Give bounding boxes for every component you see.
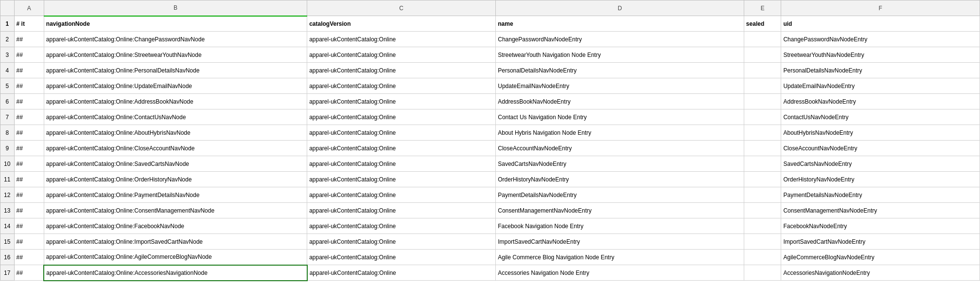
- cell-17-f[interactable]: AccessoriesNavigationNodeEntry: [781, 265, 980, 281]
- cell-11-c[interactable]: apparel-ukContentCatalog:Online: [307, 172, 496, 187]
- cell-15-b[interactable]: apparel-ukContentCatalog:Online:ImportSa…: [44, 234, 307, 250]
- cell-15-c[interactable]: apparel-ukContentCatalog:Online: [307, 234, 496, 250]
- cell-10-f[interactable]: SavedCartsNavNodeEntry: [781, 156, 980, 172]
- cell-17-d[interactable]: Accessories Navigation Node Entry: [496, 265, 744, 281]
- cell-11-f[interactable]: OrderHistoryNavNodeEntry: [781, 172, 980, 187]
- cell-5-d[interactable]: UpdateEmailNavNodeEntry: [496, 78, 744, 94]
- col-d-header[interactable]: D: [496, 0, 744, 16]
- cell-10-a[interactable]: ##: [14, 156, 44, 172]
- cell-7-b[interactable]: apparel-ukContentCatalog:Online:ContactU…: [44, 109, 307, 125]
- cell-7-c[interactable]: apparel-ukContentCatalog:Online: [307, 109, 496, 125]
- cell-16-b[interactable]: apparel-ukContentCatalog:Online:AgileCom…: [44, 250, 307, 265]
- cell-1-a[interactable]: # it: [14, 16, 44, 32]
- cell-13-f[interactable]: ConsentManagementNavNodeEntry: [781, 203, 980, 218]
- cell-12-d[interactable]: PaymentDetailsNavNodeEntry: [496, 187, 744, 203]
- cell-2-c[interactable]: apparel-ukContentCatalog:Online: [307, 32, 496, 47]
- cell-1-f[interactable]: uid: [781, 16, 980, 32]
- cell-7-e[interactable]: [744, 109, 781, 125]
- cell-5-c[interactable]: apparel-ukContentCatalog:Online: [307, 78, 496, 94]
- cell-5-e[interactable]: [744, 78, 781, 94]
- cell-15-a[interactable]: ##: [14, 234, 44, 250]
- cell-17-c[interactable]: apparel-ukContentCatalog:Online: [307, 265, 496, 281]
- cell-8-d[interactable]: About Hybris Navigation Node Entry: [496, 125, 744, 141]
- cell-11-e[interactable]: [744, 172, 781, 187]
- cell-8-b[interactable]: apparel-ukContentCatalog:Online:AboutHyb…: [44, 125, 307, 141]
- cell-4-e[interactable]: [744, 63, 781, 78]
- cell-8-c[interactable]: apparel-ukContentCatalog:Online: [307, 125, 496, 141]
- cell-3-d[interactable]: StreetwearYouth Navigation Node Entry: [496, 47, 744, 63]
- cell-17-e[interactable]: [744, 265, 781, 281]
- cell-3-b[interactable]: apparel-ukContentCatalog:Online:Streetwe…: [44, 47, 307, 63]
- cell-16-f[interactable]: AgileCommerceBlogNavNodeEntry: [781, 250, 980, 265]
- cell-2-a[interactable]: ##: [14, 32, 44, 47]
- cell-14-a[interactable]: ##: [14, 218, 44, 234]
- cell-14-b[interactable]: apparel-ukContentCatalog:Online:Facebook…: [44, 218, 307, 234]
- cell-5-b[interactable]: apparel-ukContentCatalog:Online:UpdateEm…: [44, 78, 307, 94]
- cell-11-a[interactable]: ##: [14, 172, 44, 187]
- col-e-header[interactable]: E: [744, 0, 781, 16]
- cell-12-e[interactable]: [744, 187, 781, 203]
- cell-2-e[interactable]: [744, 32, 781, 47]
- cell-14-e[interactable]: [744, 218, 781, 234]
- cell-10-d[interactable]: SavedCartsNavNodeEntry: [496, 156, 744, 172]
- cell-6-b[interactable]: apparel-ukContentCatalog:Online:AddressB…: [44, 94, 307, 109]
- cell-12-c[interactable]: apparel-ukContentCatalog:Online: [307, 187, 496, 203]
- cell-13-a[interactable]: ##: [14, 203, 44, 218]
- cell-2-f[interactable]: ChangePasswordNavNodeEntry: [781, 32, 980, 47]
- cell-13-d[interactable]: ConsentManagementNavNodeEntry: [496, 203, 744, 218]
- cell-12-b[interactable]: apparel-ukContentCatalog:Online:PaymentD…: [44, 187, 307, 203]
- cell-15-f[interactable]: ImportSavedCartNavNodeEntry: [781, 234, 980, 250]
- cell-4-c[interactable]: apparel-ukContentCatalog:Online: [307, 63, 496, 78]
- cell-6-e[interactable]: [744, 94, 781, 109]
- cell-6-c[interactable]: apparel-ukContentCatalog:Online: [307, 94, 496, 109]
- cell-11-d[interactable]: OrderHistoryNavNodeEntry: [496, 172, 744, 187]
- cell-14-f[interactable]: FacebookNavNodeEntry: [781, 218, 980, 234]
- cell-4-d[interactable]: PersonalDetailsNavNodeEntry: [496, 63, 744, 78]
- cell-14-d[interactable]: Facebook Navigation Node Entry: [496, 218, 744, 234]
- cell-3-c[interactable]: apparel-ukContentCatalog:Online: [307, 47, 496, 63]
- cell-6-f[interactable]: AddressBookNavNodeEntry: [781, 94, 980, 109]
- cell-13-e[interactable]: [744, 203, 781, 218]
- cell-1-d[interactable]: name: [496, 16, 744, 32]
- cell-8-f[interactable]: AboutHybrisNavNodeEntry: [781, 125, 980, 141]
- cell-1-c[interactable]: catalogVersion: [307, 16, 496, 32]
- cell-17-b[interactable]: apparel-ukContentCatalog:Online:Accessor…: [44, 265, 307, 281]
- cell-13-b[interactable]: apparel-ukContentCatalog:Online:ConsentM…: [44, 203, 307, 218]
- cell-11-b[interactable]: apparel-ukContentCatalog:Online:OrderHis…: [44, 172, 307, 187]
- cell-8-a[interactable]: ##: [14, 125, 44, 141]
- cell-6-d[interactable]: AddressBookNavNodeEntry: [496, 94, 744, 109]
- cell-4-a[interactable]: ##: [14, 63, 44, 78]
- cell-9-a[interactable]: ##: [14, 141, 44, 156]
- cell-9-c[interactable]: apparel-ukContentCatalog:Online: [307, 141, 496, 156]
- cell-12-f[interactable]: PaymentDetailsNavNodeEntry: [781, 187, 980, 203]
- cell-8-e[interactable]: [744, 125, 781, 141]
- cell-10-b[interactable]: apparel-ukContentCatalog:Online:SavedCar…: [44, 156, 307, 172]
- cell-10-e[interactable]: [744, 156, 781, 172]
- cell-15-d[interactable]: ImportSavedCartNavNodeEntry: [496, 234, 744, 250]
- cell-9-b[interactable]: apparel-ukContentCatalog:Online:CloseAcc…: [44, 141, 307, 156]
- cell-5-f[interactable]: UpdateEmailNavNodeEntry: [781, 78, 980, 94]
- cell-16-a[interactable]: ##: [14, 250, 44, 265]
- cell-17-a[interactable]: ##: [14, 265, 44, 281]
- cell-16-c[interactable]: apparel-ukContentCatalog:Online: [307, 250, 496, 265]
- cell-7-f[interactable]: ContactUsNavNodeEntry: [781, 109, 980, 125]
- cell-15-e[interactable]: [744, 234, 781, 250]
- cell-7-a[interactable]: ##: [14, 109, 44, 125]
- cell-14-c[interactable]: apparel-ukContentCatalog:Online: [307, 218, 496, 234]
- col-f-header[interactable]: F: [781, 0, 980, 16]
- col-a-header[interactable]: A: [14, 0, 44, 16]
- col-c-header[interactable]: C: [307, 0, 496, 16]
- cell-3-f[interactable]: StreetwearYouthNavNodeEntry: [781, 47, 980, 63]
- cell-6-a[interactable]: ##: [14, 94, 44, 109]
- cell-2-b[interactable]: apparel-ukContentCatalog:Online:ChangePa…: [44, 32, 307, 47]
- cell-2-d[interactable]: ChangePasswordNavNodeEntry: [496, 32, 744, 47]
- cell-12-a[interactable]: ##: [14, 187, 44, 203]
- cell-16-e[interactable]: [744, 250, 781, 265]
- cell-9-e[interactable]: [744, 141, 781, 156]
- cell-1-e[interactable]: sealed: [744, 16, 781, 32]
- cell-13-c[interactable]: apparel-ukContentCatalog:Online: [307, 203, 496, 218]
- cell-1-b[interactable]: navigationNode: [44, 16, 307, 32]
- cell-3-a[interactable]: ##: [14, 47, 44, 63]
- cell-16-d[interactable]: Agile Commerce Blog Navigation Node Entr…: [496, 250, 744, 265]
- cell-5-a[interactable]: ##: [14, 78, 44, 94]
